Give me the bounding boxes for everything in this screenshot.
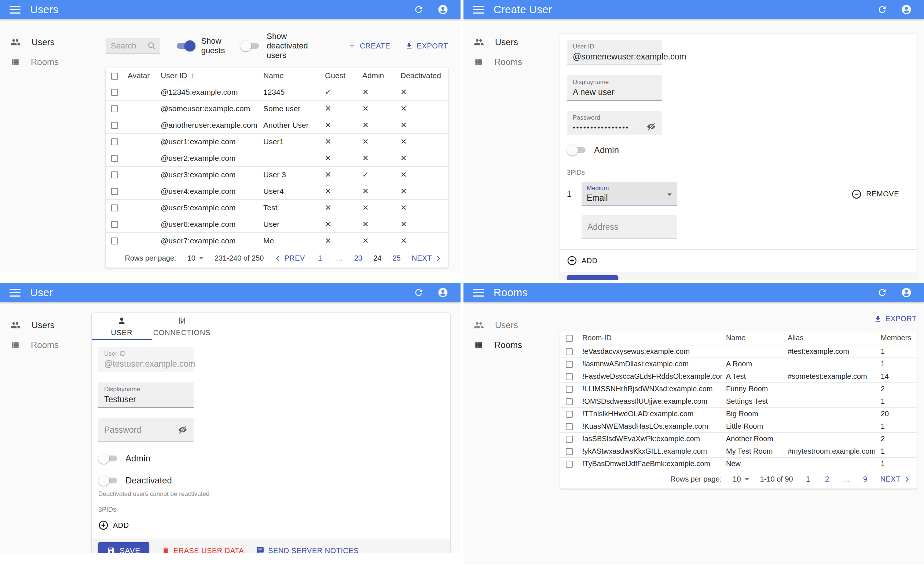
- user-id-cell[interactable]: @user1:example.com: [156, 133, 259, 150]
- toggle-on-switch[interactable]: [175, 41, 195, 51]
- user-id-cell[interactable]: @user3:example.com: [156, 166, 259, 183]
- column-admin[interactable]: Admin: [358, 68, 396, 84]
- menu-icon[interactable]: [473, 6, 484, 14]
- row-checkbox[interactable]: [566, 436, 573, 443]
- user-row[interactable]: @anotheruser:example.com Another User ✕ …: [106, 117, 448, 133]
- rows-per-page-select[interactable]: 10: [188, 254, 204, 262]
- row-checkbox[interactable]: [111, 172, 118, 178]
- erase-user-data-button[interactable]: ERASE USER DATA: [162, 546, 244, 554]
- user-id-cell[interactable]: @anotheruser:example.com: [156, 117, 259, 133]
- user-id-cell[interactable]: @user5:example.com: [156, 199, 259, 216]
- user-id-value[interactable]: @somenewuser:example.com: [573, 52, 656, 62]
- export-button[interactable]: EXPORT: [874, 315, 916, 323]
- page-number[interactable]: 1: [804, 475, 812, 483]
- refresh-icon[interactable]: [875, 2, 890, 17]
- user-id-cell[interactable]: @user2:example.com: [156, 150, 259, 166]
- room-id-cell[interactable]: !OMSDsdweassIlUUjjwe:example.com: [578, 395, 722, 408]
- column-user-id[interactable]: User-ID↑: [156, 68, 259, 84]
- refresh-icon[interactable]: [875, 285, 890, 300]
- room-row[interactable]: !lasmnwASmDllasi:example.com A Room 1: [560, 358, 916, 370]
- select-all-checkbox[interactable]: [566, 335, 573, 342]
- profile-icon[interactable]: [436, 285, 450, 300]
- remove-threepid-button[interactable]: REMOVE: [851, 189, 899, 199]
- displayname-field[interactable]: Displayname A new user: [567, 75, 662, 101]
- sidebar-item-users[interactable]: Users: [0, 32, 94, 52]
- admin-toggle[interactable]: Admin: [567, 145, 910, 156]
- user-id-cell[interactable]: @user4:example.com: [156, 183, 259, 199]
- row-checkbox[interactable]: [566, 448, 573, 455]
- room-id-cell[interactable]: !eVasdacvxysewus:example.com: [578, 345, 722, 358]
- toggle-off-switch[interactable]: [567, 145, 587, 156]
- save-button[interactable]: SAVE: [98, 542, 149, 553]
- sidebar-item-rooms[interactable]: Rooms: [464, 52, 557, 72]
- rows-per-page-select[interactable]: 10: [733, 475, 749, 483]
- next-page-button[interactable]: NEXT: [880, 475, 910, 483]
- row-checkbox[interactable]: [566, 461, 573, 468]
- medium-select[interactable]: Medium Email: [582, 182, 677, 206]
- column-alias[interactable]: Alias: [783, 331, 876, 345]
- sidebar-item-users[interactable]: Users: [464, 32, 557, 52]
- password-field[interactable]: Password ••••••••••••••••: [567, 111, 662, 135]
- toggle-off-switch[interactable]: [98, 453, 119, 464]
- room-id-cell[interactable]: !ykAStwxasdwsKkxGILL:example.com: [578, 445, 722, 458]
- row-checkbox[interactable]: [566, 398, 573, 405]
- deactivated-toggle[interactable]: Deactivated: [98, 475, 444, 486]
- room-row[interactable]: !eVasdacvxysewus:example.com #test:examp…: [560, 345, 916, 358]
- search-input[interactable]: Search: [106, 38, 160, 54]
- user-id-cell[interactable]: @12345:example.com: [156, 84, 259, 100]
- sidebar-item-rooms[interactable]: Rooms: [0, 52, 94, 72]
- row-checkbox[interactable]: [566, 361, 573, 368]
- menu-icon[interactable]: [473, 289, 484, 297]
- column-deactivated[interactable]: Deactivated: [396, 68, 448, 84]
- room-row[interactable]: !TTnlslkHHweOLAD:example.com Big Room 20: [560, 408, 916, 420]
- row-checkbox[interactable]: [111, 155, 118, 162]
- row-checkbox[interactable]: [111, 89, 118, 96]
- row-checkbox[interactable]: [111, 238, 118, 244]
- room-row[interactable]: !FasdweDssccaGLdsFRddsOl:example.com A T…: [560, 370, 916, 382]
- toggle-off-switch[interactable]: [240, 41, 261, 51]
- next-page-button[interactable]: NEXT: [412, 254, 441, 262]
- page-number[interactable]: 25: [392, 254, 400, 262]
- send-server-notices-button[interactable]: SEND SERVER NOTICES: [256, 546, 358, 554]
- sidebar-item-users[interactable]: Users: [0, 315, 94, 335]
- prev-page-button[interactable]: PREV: [274, 254, 305, 262]
- show-guests-toggle[interactable]: Show guests: [175, 36, 226, 56]
- column-guest[interactable]: Guest: [321, 68, 358, 84]
- user-row[interactable]: @user5:example.com Test ✕ ✕ ✕: [106, 199, 448, 216]
- room-row[interactable]: !ykAStwxasdwsKkxGILL:example.com My Test…: [560, 445, 916, 458]
- row-checkbox[interactable]: [566, 348, 573, 355]
- add-threepid-button[interactable]: ADD: [567, 250, 910, 272]
- address-field[interactable]: Address: [582, 215, 677, 239]
- column-members[interactable]: Members: [876, 331, 916, 345]
- room-id-cell[interactable]: !TyBasDmweIJdfFaeBmk:example.com: [578, 458, 722, 470]
- user-row[interactable]: @user2:example.com ✕ ✕ ✕: [106, 150, 448, 166]
- row-checkbox[interactable]: [111, 221, 118, 228]
- sidebar-item-rooms[interactable]: Rooms: [464, 335, 557, 355]
- page-number[interactable]: 9: [861, 475, 869, 483]
- page-number[interactable]: 1: [316, 254, 324, 262]
- user-row[interactable]: @user4:example.com User4 ✕ ✕ ✕: [106, 183, 448, 199]
- user-id-cell[interactable]: @user6:example.com: [156, 216, 259, 232]
- user-id-cell[interactable]: @someuser:example.com: [156, 100, 259, 117]
- user-row[interactable]: @user1:example.com User1 ✕ ✕ ✕: [106, 133, 448, 150]
- column-room-id[interactable]: Room-ID: [578, 331, 722, 345]
- password-value[interactable]: ••••••••••••••••: [573, 123, 646, 131]
- room-id-cell[interactable]: !lasmnwASmDllasi:example.com: [578, 358, 722, 370]
- row-checkbox[interactable]: [111, 205, 118, 211]
- room-id-cell[interactable]: !LLIMSSNHrhRjsdWNXsd:example.com: [578, 382, 722, 395]
- user-row[interactable]: @someuser:example.com Some user ✕ ✕ ✕: [106, 100, 448, 117]
- export-button[interactable]: EXPORT: [405, 42, 448, 50]
- column-name[interactable]: Name: [722, 331, 783, 345]
- row-checkbox[interactable]: [111, 138, 118, 145]
- displayname-field[interactable]: Displayname Testuser: [98, 382, 194, 408]
- page-number[interactable]: 24: [373, 254, 381, 262]
- profile-icon[interactable]: [899, 285, 914, 300]
- room-id-cell[interactable]: !FasdweDssccaGLdsFRddsOl:example.com: [578, 370, 722, 382]
- row-checkbox[interactable]: [111, 105, 118, 112]
- user-row[interactable]: @12345:example.com 12345 ✓ ✕ ✕: [106, 84, 448, 100]
- user-id-cell[interactable]: @user7:example.com: [156, 232, 259, 249]
- displayname-value[interactable]: Testuser: [104, 394, 188, 405]
- page-number[interactable]: 2: [823, 475, 831, 483]
- room-row[interactable]: !TyBasDmweIJdfFaeBmk:example.com New 1: [560, 458, 916, 470]
- sidebar-item-rooms[interactable]: Rooms: [0, 335, 94, 355]
